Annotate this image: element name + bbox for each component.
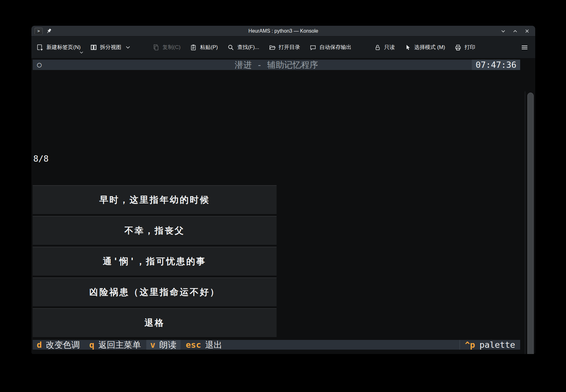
chevron-down-icon	[80, 51, 83, 54]
scrollbar-thumb[interactable]	[527, 93, 534, 354]
terminal-area[interactable]: ○ 潜进 - 辅助记忆程序 07:47:36 8/8 臣密言：臣以险衅，夙遭闵凶…	[31, 58, 535, 354]
titlebar[interactable]: > HeurAMS : python3 — Konsole	[31, 26, 535, 36]
clock: 07:47:36	[472, 60, 520, 70]
spinner-icon: ○	[37, 60, 41, 70]
palette-label: palette	[479, 340, 515, 350]
search-icon	[227, 44, 234, 51]
window-title: HeurAMS : python3 — Konsole	[31, 28, 535, 34]
statusbar-hint-exit[interactable]: esc 退出	[182, 340, 226, 350]
hint-label: 朗读	[159, 340, 176, 350]
printer-icon	[455, 44, 461, 51]
statusbar: d 改变色调 q 返回主菜单 v 朗读 esc 退出 ^p palette	[33, 340, 520, 350]
app-header-bar: ○ 潜进 - 辅助记忆程序 07:47:36	[33, 60, 520, 70]
key-badge: q	[89, 340, 94, 350]
copy-icon	[153, 44, 159, 51]
copy-button[interactable]: 复制(C)	[153, 44, 181, 51]
option-label: 退格	[145, 317, 165, 329]
key-badge: d	[37, 340, 42, 350]
option-button-3[interactable]: 通'悯'，指可忧患的事	[33, 247, 277, 276]
read-only-label: 只读	[384, 44, 395, 51]
pin-icon[interactable]	[46, 28, 52, 34]
open-directory-label: 打开目录	[279, 44, 300, 51]
new-tab-label: 新建标签页(N)	[46, 44, 81, 51]
option-button-1[interactable]: 早时，这里指年幼的时候	[33, 185, 277, 214]
new-tab-icon	[36, 44, 43, 51]
open-directory-button[interactable]: 打开目录	[269, 44, 300, 51]
autosave-output-label: 自动保存输出	[320, 44, 352, 51]
desktop-background: > HeurAMS : python3 — Konsole	[0, 0, 566, 392]
folder-icon	[269, 44, 276, 51]
progress-counter: 8/8	[33, 153, 148, 164]
print-label: 打印	[465, 44, 475, 51]
option-label: 通'悯'，指可忧患的事	[103, 255, 207, 267]
scrollbar-track-border	[525, 91, 525, 354]
new-tab-button[interactable]: 新建标签页(N)	[36, 44, 81, 51]
toolbar: 新建标签页(N) 拆分视图 复制(C)	[31, 36, 535, 58]
select-mode-label: 选择模式 (M)	[414, 44, 445, 51]
key-badge: ^p	[465, 340, 475, 350]
answer-options: 早时，这里指年幼的时候 不幸，指丧父 通'悯'，指可忧患的事 凶险祸患（这里指命…	[33, 185, 277, 337]
app-title: 潜进 - 辅助记忆程序	[33, 60, 520, 70]
statusbar-palette[interactable]: ^p palette	[460, 340, 520, 350]
hint-label: 返回主菜单	[99, 340, 141, 350]
chevron-down-icon	[126, 46, 130, 49]
terminal-tab-icon[interactable]: >	[35, 28, 43, 35]
option-button-2[interactable]: 不幸，指丧父	[33, 216, 277, 245]
paste-button[interactable]: 粘贴(P)	[190, 44, 218, 51]
find-label: 查找(F)...	[237, 44, 259, 51]
split-view-label: 拆分视图	[100, 44, 121, 51]
lock-icon	[374, 44, 381, 51]
statusbar-hint-main-menu[interactable]: q 返回主菜单	[85, 340, 145, 350]
close-button[interactable]	[525, 29, 530, 34]
read-only-button[interactable]: 只读	[374, 44, 395, 51]
paste-icon	[190, 44, 197, 51]
option-label: 早时，这里指年幼的时候	[100, 194, 210, 206]
option-label: 凶险祸患（这里指命运不好）	[89, 286, 220, 298]
autosave-output-button[interactable]: 自动保存输出	[310, 44, 352, 51]
split-view-button[interactable]: 拆分视图	[90, 44, 130, 51]
find-button[interactable]: 查找(F)...	[227, 44, 259, 51]
option-label: 不幸，指丧父	[125, 225, 185, 237]
select-mode-button[interactable]: 选择模式 (M)	[404, 44, 445, 51]
key-badge: esc	[186, 340, 201, 350]
statusbar-hint-read-aloud[interactable]: v 朗读	[146, 340, 181, 350]
speech-bubble-icon	[310, 44, 316, 51]
konsole-window: > HeurAMS : python3 — Konsole	[31, 26, 535, 354]
copy-label: 复制(C)	[163, 44, 181, 51]
paste-label: 粘贴(P)	[200, 44, 218, 51]
print-button[interactable]: 打印	[455, 44, 475, 51]
statusbar-hint-change-theme[interactable]: d 改变色调	[33, 340, 84, 350]
hamburger-icon	[521, 44, 528, 51]
option-button-4[interactable]: 凶险祸患（这里指命运不好）	[33, 277, 277, 306]
key-badge: v	[150, 340, 155, 350]
hint-label: 退出	[205, 340, 222, 350]
minimize-button[interactable]	[501, 29, 506, 34]
option-button-backspace[interactable]: 退格	[33, 308, 277, 337]
menu-button[interactable]	[521, 44, 528, 51]
cursor-arrow-icon	[404, 44, 411, 51]
split-view-icon	[90, 44, 97, 51]
hint-label: 改变色调	[46, 340, 80, 350]
maximize-button[interactable]	[513, 29, 518, 34]
